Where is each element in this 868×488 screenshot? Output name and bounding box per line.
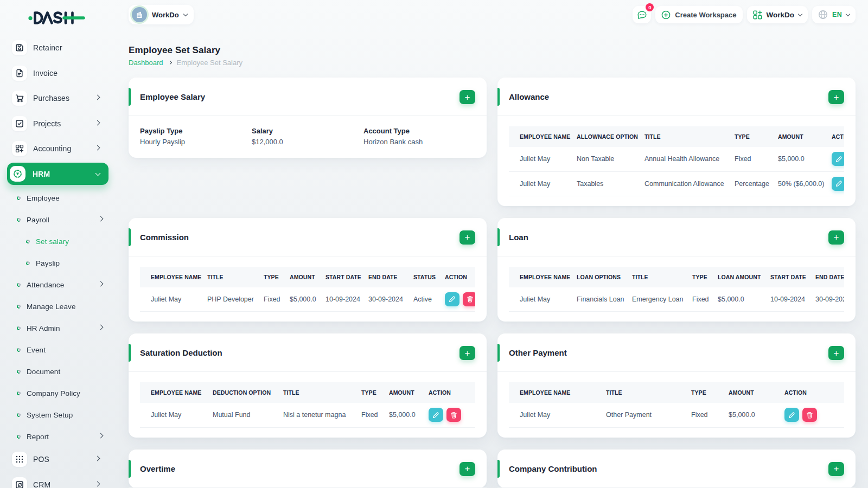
column-header: TITLE bbox=[621, 267, 681, 287]
sidebar-item-company-policy[interactable]: Company Policy bbox=[0, 387, 111, 400]
add-saturation-deduction-button[interactable]: + bbox=[459, 346, 475, 360]
topbar: WorkDo 0 Create Workspace bbox=[129, 4, 856, 25]
card-row: Saturation Deduction+EMPLOYEE NAMEDEDUCT… bbox=[129, 333, 856, 438]
sidebar-item-invoice[interactable]: Invoice bbox=[0, 66, 108, 81]
edit-button[interactable] bbox=[832, 152, 844, 166]
bullet-icon bbox=[16, 196, 21, 201]
edit-button[interactable] bbox=[832, 177, 844, 191]
column-header: AMOUNT bbox=[718, 382, 774, 403]
add-employee-salary-button[interactable]: + bbox=[459, 90, 475, 104]
create-workspace-button[interactable]: Create Workspace bbox=[655, 6, 742, 23]
salary-fields: Payslip TypeHourly PayslipSalary$12,000.… bbox=[129, 116, 487, 158]
sidebar-item-label: HRM bbox=[33, 170, 50, 178]
card-title: Commission bbox=[140, 233, 189, 242]
sidebar-item-retainer[interactable]: Retainer bbox=[0, 40, 108, 55]
add-commission-button[interactable]: + bbox=[459, 230, 475, 245]
table-cell: Mutual Fund bbox=[202, 403, 272, 427]
card-title: Employee Salary bbox=[140, 92, 205, 101]
table-cell: $5,000.0 bbox=[767, 147, 821, 171]
table-scroll-area: EMPLOYEE NAMELOAN OPTIONSTITLETYPELOAN A… bbox=[509, 267, 844, 312]
messages-badge: 0 bbox=[646, 3, 654, 11]
add-overtime-button[interactable]: + bbox=[459, 462, 475, 476]
sidebar-item-accounting[interactable]: Accounting bbox=[0, 141, 108, 156]
sidebar-item-label: Retainer bbox=[33, 43, 62, 52]
sidebar-item-hrm[interactable]: HRM bbox=[7, 163, 108, 185]
floppy-icon bbox=[12, 40, 27, 55]
chevron-right-icon bbox=[95, 120, 100, 125]
column-header: EMPLOYEE NAME bbox=[509, 267, 566, 287]
card-employee-salary: Employee Salary+Payslip TypeHourly Paysl… bbox=[129, 78, 487, 158]
chevron-down-icon bbox=[183, 11, 187, 16]
grid-plus-icon bbox=[12, 141, 27, 156]
add-allowance-button[interactable]: + bbox=[828, 90, 844, 104]
table-scroll-area: EMPLOYEE NAMEALLOWNACE OPTIONTITLETYPEAM… bbox=[509, 126, 844, 196]
chevron-right-icon bbox=[98, 216, 104, 222]
sidebar-item-payslip[interactable]: Payslip bbox=[0, 256, 111, 269]
column-header: AMOUNT bbox=[279, 267, 315, 287]
sidebar-item-label: Report bbox=[27, 433, 49, 441]
bullet-icon bbox=[16, 391, 21, 396]
edit-button[interactable] bbox=[429, 408, 443, 422]
chevron-right-icon bbox=[95, 456, 100, 461]
card-accent-bar bbox=[129, 88, 131, 106]
table-cell: Juliet May bbox=[140, 403, 202, 427]
sidebar-item-label: Purchases bbox=[33, 94, 69, 102]
table-cell: Juliet May bbox=[509, 287, 566, 312]
table-cell: 50% ($6,000.0) bbox=[767, 171, 821, 196]
column-header: TYPE bbox=[724, 126, 767, 147]
sidebar-item-purchases[interactable]: Purchases bbox=[0, 91, 108, 106]
edit-button[interactable] bbox=[445, 292, 459, 306]
card-company-contribution: Company Contribution+ bbox=[497, 450, 856, 488]
chevron-right-icon bbox=[98, 433, 104, 439]
sidebar-item-set-salary[interactable]: Set salary bbox=[0, 235, 111, 248]
sidebar-item-label: Set salary bbox=[36, 237, 69, 246]
card-other-payment: Other Payment+EMPLOYEE NAMETITLETYPEAMOU… bbox=[497, 333, 856, 438]
table-cell: Emergency Loan bbox=[621, 287, 681, 312]
table-cell: Juliet May bbox=[509, 403, 595, 427]
column-header: EMPLOYEE NAME bbox=[140, 382, 202, 403]
card-title: Overtime bbox=[140, 464, 175, 473]
card-body: EMPLOYEE NAMETITLETYPEAMOUNTSTART DATEEN… bbox=[129, 256, 487, 322]
sidebar-item-report[interactable]: Report bbox=[0, 430, 111, 443]
field-account-type: Account TypeHorizon Bank cash bbox=[363, 127, 475, 146]
delete-button[interactable] bbox=[446, 408, 461, 422]
sidebar-item-event[interactable]: Event bbox=[0, 343, 111, 356]
breadcrumb-dashboard-link[interactable]: Dashboard bbox=[129, 59, 163, 67]
sidebar-item-projects[interactable]: Projects bbox=[0, 116, 108, 131]
table-scroll-area: EMPLOYEE NAMETITLETYPEAMOUNTSTART DATEEN… bbox=[140, 267, 475, 312]
check-square-icon bbox=[12, 116, 27, 131]
app-switcher-button[interactable]: WorkDo bbox=[747, 6, 808, 23]
sidebar-item-attendance[interactable]: Attendance bbox=[0, 278, 111, 291]
card-header: Company Contribution+ bbox=[497, 450, 856, 488]
card-title: Allowance bbox=[509, 92, 549, 101]
sidebar-item-system-setup[interactable]: System Setup bbox=[0, 408, 111, 421]
table-cell: $5,000.0 bbox=[279, 287, 315, 312]
delete-button[interactable] bbox=[463, 292, 475, 306]
saturation-deduction-table: EMPLOYEE NAMEDEDUCTION OPTIONTITLETYPEAM… bbox=[140, 382, 475, 428]
language-label: EN bbox=[832, 11, 842, 18]
sidebar-item-crm[interactable]: CRM bbox=[0, 477, 108, 488]
sidebar: RetainerInvoicePurchasesProjectsAccounti… bbox=[0, 0, 111, 488]
sidebar-item-hr-admin[interactable]: HR Admin bbox=[0, 322, 111, 335]
add-loan-button[interactable]: + bbox=[828, 230, 844, 245]
commission-table: EMPLOYEE NAMETITLETYPEAMOUNTSTART DATEEN… bbox=[140, 267, 475, 312]
breadcrumb: Dashboard Employee Set Salary bbox=[129, 59, 856, 67]
sidebar-item-pos[interactable]: POS bbox=[0, 452, 108, 467]
add-other-payment-button[interactable]: + bbox=[828, 346, 844, 360]
delete-button[interactable] bbox=[802, 408, 817, 422]
table-scroll-area: EMPLOYEE NAMEDEDUCTION OPTIONTITLETYPEAM… bbox=[140, 382, 475, 428]
loan-table: EMPLOYEE NAMELOAN OPTIONSTITLETYPELOAN A… bbox=[509, 267, 844, 312]
sidebar-item-document[interactable]: Document bbox=[0, 365, 111, 378]
edit-button[interactable] bbox=[784, 408, 799, 422]
sidebar-item-label: Projects bbox=[33, 119, 61, 128]
plus-circle-icon bbox=[661, 10, 671, 20]
messages-button[interactable]: 0 bbox=[633, 6, 651, 23]
sidebar-item-employee[interactable]: Employee bbox=[0, 191, 111, 204]
workspace-selector[interactable]: WorkDo bbox=[129, 5, 194, 24]
column-header: EMPLOYEE NAME bbox=[509, 382, 595, 403]
table-cell-actions bbox=[418, 403, 475, 427]
sidebar-item-manage-leave[interactable]: Manage Leave bbox=[0, 300, 111, 313]
sidebar-item-payroll[interactable]: Payroll bbox=[0, 213, 111, 226]
add-company-contribution-button[interactable]: + bbox=[828, 462, 844, 476]
language-selector[interactable]: EN bbox=[812, 6, 856, 23]
